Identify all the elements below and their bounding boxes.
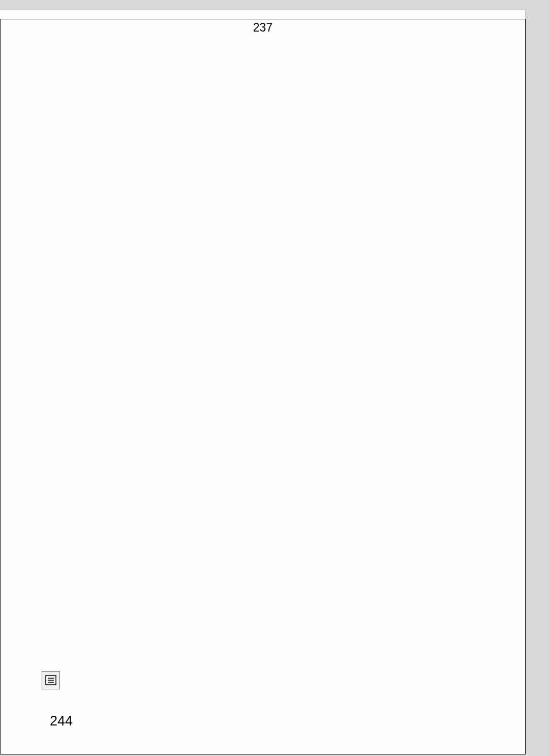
option-page: 237 [0,19,526,754]
options-table: Option Delete221 Playback folder245 Hide… [50,276,485,468]
section-tab-icon [42,671,60,689]
manual-page: The Playback Menu: Managing Images To di… [0,9,526,745]
page-number: 244 [50,713,73,729]
table-row: Print set (DPOF)237 [50,450,485,468]
